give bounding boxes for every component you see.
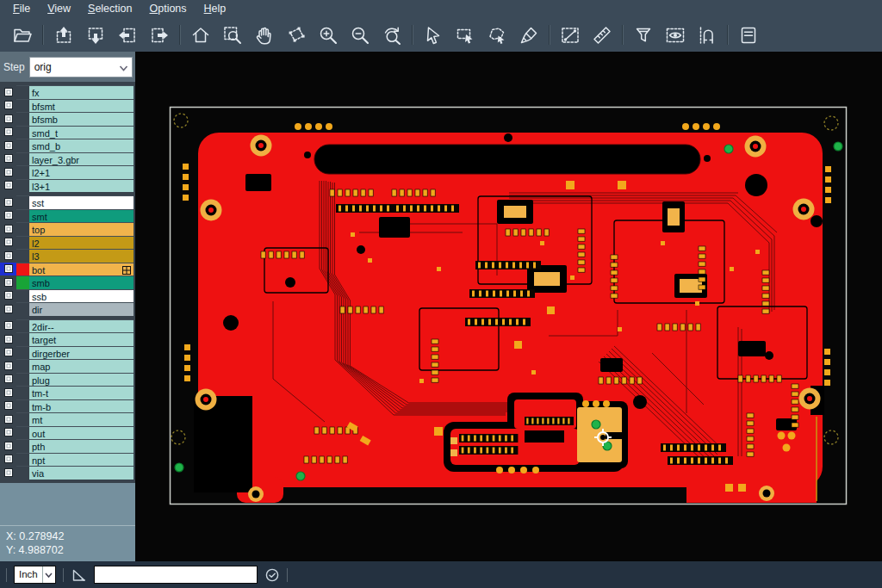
layer-color-swatch[interactable] [16, 126, 29, 139]
layer-name[interactable]: ssb [29, 289, 134, 303]
layer-name[interactable]: l3+1 [29, 179, 134, 193]
layer-color-swatch[interactable] [16, 359, 29, 373]
layer-row[interactable]: l3+1 [0, 179, 135, 193]
layer-checkbox[interactable] [0, 99, 16, 113]
layer-row[interactable]: bot [0, 263, 135, 276]
layer-row[interactable]: layer_3.gbr [0, 152, 135, 166]
layer-checkbox[interactable] [0, 453, 16, 467]
layer-name[interactable]: via [29, 466, 134, 480]
unit-select[interactable]: Inch [14, 566, 56, 584]
layer-checkbox[interactable] [0, 426, 16, 440]
layer-row[interactable]: top [0, 222, 135, 236]
layer-row[interactable]: l3 [0, 249, 135, 263]
layer-color-swatch[interactable] [16, 99, 29, 113]
layer-color-swatch[interactable] [16, 302, 29, 316]
layer-name[interactable]: bot [29, 263, 134, 276]
zoom-out-button[interactable] [344, 22, 376, 49]
layer-row[interactable]: mt [0, 412, 135, 426]
layer-color-swatch[interactable] [16, 466, 29, 480]
layer-name[interactable]: dir [29, 302, 134, 316]
layer-checkbox[interactable] [0, 152, 16, 166]
layer-color-swatch[interactable] [16, 195, 29, 209]
layer-checkbox[interactable] [0, 302, 16, 316]
layer-name[interactable]: npt [29, 453, 134, 467]
layer-checkbox[interactable] [0, 289, 16, 303]
layer-row[interactable]: sst [0, 195, 135, 209]
measure-points-button[interactable] [554, 22, 586, 49]
layer-name[interactable]: 2dir-- [29, 319, 134, 333]
layer-checkbox[interactable] [0, 222, 16, 236]
layer-row[interactable]: bfsmt [0, 99, 135, 113]
layer-name[interactable]: smd_b [29, 139, 134, 152]
layer-color-swatch[interactable] [16, 426, 29, 440]
menu-item[interactable]: Help [196, 1, 235, 17]
layer-name[interactable]: plug [29, 373, 134, 387]
layer-row[interactable]: 2dir-- [0, 319, 135, 333]
shift-down-button[interactable] [79, 22, 111, 49]
layer-row[interactable]: via [0, 466, 135, 480]
layer-name[interactable]: layer_3.gbr [29, 152, 134, 166]
filter-funnel-button[interactable] [627, 22, 659, 49]
layer-row[interactable]: smd_b [0, 139, 135, 152]
layer-color-swatch[interactable] [16, 275, 29, 289]
layer-color-swatch[interactable] [16, 373, 29, 387]
layer-color-swatch[interactable] [16, 152, 29, 166]
layer-color-swatch[interactable] [16, 209, 29, 223]
layer-name[interactable]: smb [29, 275, 134, 289]
layer-row[interactable]: tm-t [0, 386, 135, 399]
layer-checkbox[interactable] [0, 439, 16, 453]
highlight-window-button[interactable] [659, 22, 691, 49]
select-pointer-button[interactable] [417, 22, 449, 49]
layer-checkbox[interactable] [0, 263, 16, 276]
layer-checkbox[interactable] [0, 236, 16, 250]
layer-checkbox[interactable] [0, 165, 16, 179]
layer-checkbox[interactable] [0, 275, 16, 289]
layer-color-swatch[interactable] [16, 319, 29, 333]
layer-checkbox[interactable] [0, 139, 16, 152]
layer-checkbox[interactable] [0, 112, 16, 126]
layer-name[interactable]: bfsmb [29, 112, 134, 126]
zoom-home-button[interactable] [184, 22, 216, 49]
layer-row[interactable]: l2+1 [0, 165, 135, 179]
layer-name[interactable]: sst [29, 195, 134, 209]
menu-item[interactable]: View [39, 1, 79, 17]
layer-row[interactable]: target [0, 332, 135, 346]
layer-color-swatch[interactable] [16, 179, 29, 193]
layer-checkbox[interactable] [0, 466, 16, 480]
layer-row[interactable]: smt [0, 209, 135, 223]
layer-color-swatch[interactable] [16, 386, 29, 399]
layer-color-swatch[interactable] [16, 399, 29, 413]
layer-color-swatch[interactable] [16, 289, 29, 303]
zoom-in-button[interactable] [312, 22, 344, 49]
layer-checkbox[interactable] [0, 346, 16, 360]
layer-name[interactable]: out [29, 426, 134, 440]
snap-magnet-button[interactable] [691, 22, 723, 49]
layer-row[interactable]: l2 [0, 236, 135, 250]
select-polygon-button[interactable] [481, 22, 512, 49]
set-square-button[interactable] [71, 567, 87, 583]
layer-name[interactable]: l3 [29, 249, 134, 263]
zoom-window-button[interactable] [216, 22, 248, 49]
layer-name[interactable]: tm-b [29, 399, 134, 413]
clean-brush-button[interactable] [512, 22, 544, 49]
layer-name[interactable]: mt [29, 412, 134, 426]
report-panel-button[interactable] [732, 22, 764, 49]
layer-color-swatch[interactable] [16, 263, 29, 276]
zoom-object-button[interactable] [280, 22, 312, 49]
layer-checkbox[interactable] [0, 319, 16, 333]
layer-row[interactable]: dirgerber [0, 346, 135, 360]
menu-item[interactable]: File [4, 1, 39, 17]
layer-row[interactable]: map [0, 359, 135, 373]
select-window-button[interactable] [449, 22, 481, 49]
open-folder-button[interactable] [6, 22, 38, 49]
pcb-canvas[interactable] [135, 52, 882, 561]
layer-color-swatch[interactable] [16, 112, 29, 126]
layer-color-swatch[interactable] [16, 332, 29, 346]
layer-name[interactable]: pth [29, 439, 134, 453]
layer-checkbox[interactable] [0, 386, 16, 399]
sync-check-button[interactable] [264, 567, 280, 583]
layer-row[interactable]: plug [0, 373, 135, 387]
layer-row[interactable]: ssb [0, 289, 135, 303]
layer-color-swatch[interactable] [16, 439, 29, 453]
layer-name[interactable]: smd_t [29, 126, 134, 139]
